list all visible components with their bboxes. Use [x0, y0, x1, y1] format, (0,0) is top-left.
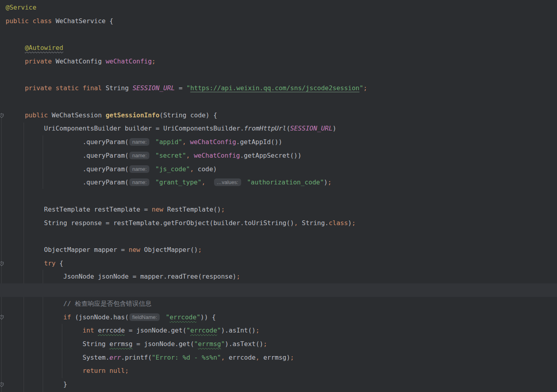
code-token: weChatConfig [105, 57, 152, 65]
code-token [6, 44, 25, 51]
code-line[interactable]: .queryParam(name: "secret", weChatConfig… [0, 149, 557, 162]
code-token: ; [152, 57, 156, 65]
code-token: errcode [170, 313, 196, 321]
code-token: String [6, 340, 109, 348]
code-token [94, 327, 98, 334]
code-token: " [186, 84, 190, 92]
code-token: "authorization_code" [247, 178, 324, 186]
code-token: " [221, 340, 225, 348]
code-token: return [83, 367, 106, 374]
code-token: if [63, 313, 71, 321]
code-token: SESSION_URL [290, 125, 333, 132]
code-token: null [109, 367, 125, 374]
code-token: errmsg [109, 340, 133, 348]
code-line[interactable]: private WeChatConfig weChatConfig; [0, 55, 557, 68]
code-line[interactable]: .queryParam(name: "appid", weChatConfig.… [0, 135, 557, 149]
code-token [190, 152, 194, 159]
code-line[interactable] [0, 95, 557, 109]
inlay-hint: name: [129, 152, 149, 159]
code-token: getSessionInfo [105, 111, 159, 119]
code-token: (jsonNode.has( [71, 313, 129, 321]
code-token: ( [286, 125, 290, 132]
code-line[interactable]: public class WeChatService { [0, 14, 557, 28]
code-line[interactable]: String response = restTemplate.getForObj… [0, 216, 557, 230]
code-line[interactable]: int errcode = jsonNode.get("errcode").as… [0, 324, 557, 337]
code-token: ; [125, 367, 129, 374]
code-line[interactable]: UriComponentsBuilder builder = UriCompon… [0, 122, 557, 135]
fold-arrow-icon[interactable] [0, 314, 4, 320]
code-token: , [256, 354, 260, 361]
code-line[interactable]: @Service [0, 1, 557, 14]
code-token: = jsonNode.get( [125, 327, 186, 334]
fold-arrow-icon[interactable] [0, 113, 4, 118]
code-token: int [83, 327, 94, 334]
code-token: errcode [225, 354, 256, 361]
code-line[interactable] [0, 68, 557, 82]
code-token: ).asText() [225, 340, 263, 348]
code-token [6, 313, 63, 321]
code-token: UriComponentsBuilder builder = UriCompon… [6, 125, 244, 132]
code-line[interactable] [0, 28, 557, 41]
code-token: "Error: %d - %s%n" [152, 354, 221, 361]
code-token: String [102, 84, 133, 92]
code-token: ObjectMapper mapper = [6, 246, 129, 253]
code-token: @Service [6, 4, 36, 11]
code-token: WeChatSession [48, 111, 106, 119]
code-token: )) { [200, 313, 216, 321]
code-line[interactable] [0, 189, 557, 203]
code-token: errcode [190, 327, 217, 334]
code-token: WeChatConfig [52, 57, 106, 65]
inlay-hint: name: [129, 165, 149, 173]
code-token: { [56, 259, 63, 267]
code-token: .getAppId()) [236, 138, 282, 146]
code-token: , [182, 138, 186, 146]
code-token: private [25, 57, 52, 65]
code-token: = jsonNode.get( [133, 340, 194, 348]
code-token: .getAppSecret()) [240, 152, 301, 159]
code-line[interactable]: String errmsg = jsonNode.get("errmsg").a… [0, 337, 557, 351]
code-line[interactable]: RestTemplate restTemplate = new RestTemp… [0, 203, 557, 216]
code-line[interactable]: .queryParam(name: "grant_type", …values:… [0, 176, 557, 189]
code-token: , [186, 152, 190, 159]
code-line[interactable]: JsonNode jsonNode = mapper.readTree(resp… [0, 270, 557, 283]
code-token: .queryParam( [6, 178, 129, 186]
code-line[interactable]: @Autowired [0, 41, 557, 55]
fold-arrow-icon[interactable] [0, 382, 4, 387]
code-token: ; [328, 178, 332, 186]
code-line[interactable]: private static final String SESSION_URL … [0, 81, 557, 95]
code-token: ) [348, 219, 352, 227]
code-line[interactable] [0, 230, 557, 243]
code-token: https://api.weixin.qq.com/sns/jscode2ses… [190, 84, 359, 92]
code-token [151, 165, 155, 173]
code-line[interactable]: System.err.printf("Error: %d - %s%n", er… [0, 351, 557, 364]
code-line[interactable]: .queryParam(name: "js_code", code) [0, 162, 557, 176]
code-token: try [44, 259, 56, 267]
code-token [151, 138, 155, 146]
code-line[interactable]: // 检查响应是否包含错误信息 [0, 297, 557, 311]
code-token: = [175, 84, 186, 92]
code-area[interactable]: @Servicepublic class WeChatService { @Au… [0, 0, 557, 391]
code-line[interactable]: return null; [0, 364, 557, 378]
code-line[interactable]: if (jsonNode.has(fieldName: "errcode")) … [0, 311, 557, 324]
code-token: ; [236, 273, 240, 280]
code-line[interactable]: } [0, 378, 557, 391]
code-line-caret[interactable] [0, 283, 557, 297]
code-token: " [194, 340, 198, 348]
code-token: private static final [25, 84, 102, 92]
code-editor[interactable]: @Servicepublic class WeChatService { @Au… [0, 0, 557, 392]
code-token: ; [352, 219, 356, 227]
code-token [205, 178, 213, 186]
code-token [6, 111, 25, 119]
code-token [151, 152, 155, 159]
code-token: "appid" [155, 138, 182, 146]
code-line[interactable]: ObjectMapper mapper = new ObjectMapper()… [0, 243, 557, 257]
code-line[interactable]: public WeChatSession getSessionInfo(Stri… [0, 109, 557, 122]
code-token: public [25, 111, 48, 119]
code-token [6, 300, 63, 307]
code-line[interactable]: try { [0, 257, 557, 270]
code-token: ) [333, 125, 337, 132]
code-token: SESSION_URL [133, 84, 175, 92]
code-token: RestTemplate() [163, 206, 221, 213]
fold-arrow-icon[interactable] [0, 261, 4, 266]
code-token: .queryParam( [6, 152, 129, 159]
